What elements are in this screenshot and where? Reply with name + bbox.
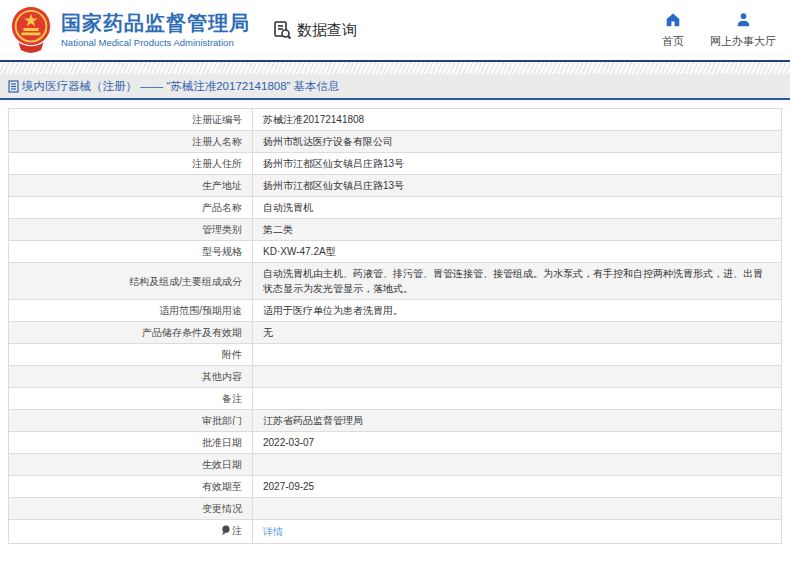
row-label: 产品储存条件及有效期 (9, 322, 253, 344)
breadcrumb: 境内医疗器械（注册） —— “苏械注准20172141808” 基本信息 (0, 74, 790, 100)
row-label: 备注 (9, 388, 253, 410)
row-value (253, 454, 782, 476)
nav-online-hall-label: 网上办事大厅 (710, 34, 776, 49)
table-row: 备注 (9, 388, 782, 410)
row-value (253, 388, 782, 410)
row-label: 注册证编号 (9, 109, 253, 131)
data-query-label: 数据查询 (297, 21, 357, 40)
row-label: 批准日期 (9, 432, 253, 454)
document-icon (8, 80, 19, 93)
table-row: 审批部门江苏省药品监督管理局 (9, 410, 782, 432)
row-value: 第二类 (253, 219, 782, 241)
row-value-note: 详情 (253, 520, 782, 544)
table-row: 附件 (9, 344, 782, 366)
national-emblem-logo (8, 5, 54, 55)
brand-text: 国家药品监督管理局 National Medical Products Admi… (61, 12, 250, 48)
row-label: 适用范围/预期用途 (9, 300, 253, 322)
table-row: 管理类别第二类 (9, 219, 782, 241)
row-value: 无 (253, 322, 782, 344)
table-wrapper: 注册证编号苏械注准20172141808 注册人名称扬州市凯达医疗设备有限公司 … (0, 100, 790, 544)
brand: 国家药品监督管理局 National Medical Products Admi… (8, 5, 250, 55)
table-row: 注册证编号苏械注准20172141808 (9, 109, 782, 131)
row-label: 产品名称 (9, 197, 253, 219)
table-row: 生产地址扬州市江都区仙女镇吕庄路13号 (9, 175, 782, 197)
table-row: 产品名称自动洗胃机 (9, 197, 782, 219)
nav-home-label: 首页 (662, 34, 684, 49)
row-value (253, 366, 782, 388)
table-row: 有效期至2027-09-25 (9, 476, 782, 498)
row-label: 管理类别 (9, 219, 253, 241)
detail-link[interactable]: 详情 (263, 526, 283, 537)
decorative-stripe-band (0, 62, 790, 74)
breadcrumb-text: 境内医疗器械（注册） —— “苏械注准20172141808” 基本信息 (22, 79, 340, 94)
table-row: 产品储存条件及有效期无 (9, 322, 782, 344)
row-value: 自动洗胃机 (253, 197, 782, 219)
table-row: 注 详情 (9, 520, 782, 544)
row-value: 扬州市凯达医疗设备有限公司 (253, 131, 782, 153)
row-label: 其他内容 (9, 366, 253, 388)
table-row: 批准日期2022-03-07 (9, 432, 782, 454)
table-row: 适用范围/预期用途适用于医疗单位为患者洗胃用。 (9, 300, 782, 322)
nav-home[interactable]: 首页 (662, 12, 684, 49)
row-label: 审批部门 (9, 410, 253, 432)
row-label: 有效期至 (9, 476, 253, 498)
row-value: 适用于医疗单位为患者洗胃用。 (253, 300, 782, 322)
agency-name-cn: 国家药品监督管理局 (61, 12, 250, 35)
row-label: 生产地址 (9, 175, 253, 197)
header-nav: 首页 网上办事大厅 (662, 12, 776, 49)
row-value: KD·XW-47.2A型 (253, 241, 782, 263)
row-value: 2022-03-07 (253, 432, 782, 454)
agency-name-en: National Medical Products Administration (61, 37, 250, 48)
row-label: 生效日期 (9, 454, 253, 476)
row-value: 自动洗胃机由主机、药液管、排污管、胃管连接管、接管组成。为水泵式，有手控和自控两… (253, 263, 782, 300)
note-label: 注 (232, 525, 242, 536)
row-value (253, 344, 782, 366)
row-label: 型号规格 (9, 241, 253, 263)
row-label: 注册人名称 (9, 131, 253, 153)
row-label: 结构及组成/主要组成成分 (9, 263, 253, 300)
table-row: 其他内容 (9, 366, 782, 388)
table-row: 变更情况 (9, 498, 782, 520)
registration-info-table: 注册证编号苏械注准20172141808 注册人名称扬州市凯达医疗设备有限公司 … (8, 108, 782, 544)
row-label: 变更情况 (9, 498, 253, 520)
row-value: 苏械注准20172141808 (253, 109, 782, 131)
row-value: 扬州市江都区仙女镇吕庄路13号 (253, 175, 782, 197)
user-icon (736, 12, 751, 31)
site-header: 国家药品监督管理局 National Medical Products Admi… (0, 0, 790, 62)
table-row: 注册人住所扬州市江都区仙女镇吕庄路13号 (9, 153, 782, 175)
row-value: 2027-09-25 (253, 476, 782, 498)
row-value: 江苏省药品监督管理局 (253, 410, 782, 432)
row-value: 扬州市江都区仙女镇吕庄路13号 (253, 153, 782, 175)
nav-online-hall[interactable]: 网上办事大厅 (710, 12, 776, 49)
table-row: 生效日期 (9, 454, 782, 476)
row-value (253, 498, 782, 520)
table-row: 注册人名称扬州市凯达医疗设备有限公司 (9, 131, 782, 153)
home-icon (665, 12, 681, 31)
row-label: 注册人住所 (9, 153, 253, 175)
note-pin-icon (221, 525, 230, 540)
table-row: 结构及组成/主要组成成分自动洗胃机由主机、药液管、排污管、胃管连接管、接管组成。… (9, 263, 782, 300)
document-search-icon (272, 20, 292, 40)
data-query-title: 数据查询 (272, 20, 357, 40)
row-label-note: 注 (9, 520, 253, 544)
table-row: 型号规格KD·XW-47.2A型 (9, 241, 782, 263)
row-label: 附件 (9, 344, 253, 366)
